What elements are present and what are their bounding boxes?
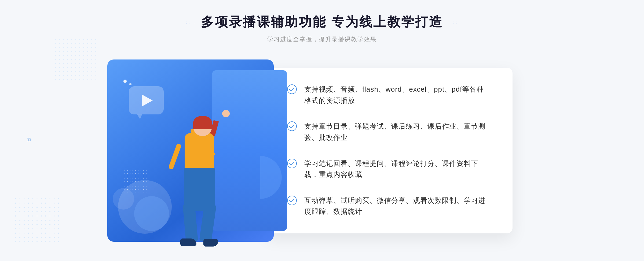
check-icon-2 [287, 121, 297, 131]
body-torso [185, 133, 214, 171]
check-mark-2 [289, 123, 294, 128]
arm-left [168, 143, 182, 170]
sparkle-1 [123, 80, 127, 83]
check-mark-1 [289, 86, 294, 91]
shoe-right [203, 239, 218, 247]
check-icon-3 [287, 159, 297, 168]
check-icon-1 [287, 84, 297, 94]
check-circle-1 [287, 84, 297, 94]
check-circle-4 [287, 196, 297, 205]
check-circle-2 [287, 121, 297, 131]
check-mark-3 [289, 160, 294, 165]
dot-grid-illustration [123, 169, 148, 193]
dot-pattern-bottom-left [13, 197, 62, 245]
feature-item-2: 支持章节目录、弹题考试、课后练习、课后作业、章节测验、批改作业 [287, 121, 491, 143]
title-decoration-left: :: : [186, 19, 196, 25]
pants [184, 168, 215, 211]
content-panel: 支持视频、音频、flash、word、excel、ppt、pdf等各种格式的资源… [266, 68, 513, 233]
page-subtitle: 学习进度全掌握，提升录播课教学效果 [186, 35, 458, 43]
shoe-left [180, 238, 196, 246]
header-section: :: : 多项录播课辅助功能 专为线上教学打造 : :: 学习进度全掌握，提升录… [186, 13, 458, 43]
character-illustration [145, 92, 231, 242]
check-circle-3 [287, 159, 297, 168]
feature-text-2: 支持章节目录、弹题考试、课后练习、课后作业、章节测验、批改作业 [304, 121, 491, 143]
dot-pattern-top-left [54, 38, 97, 80]
title-wrapper: :: : 多项录播课辅助功能 专为线上教学打造 : :: [186, 13, 458, 31]
page-title: 多项录播课辅助功能 专为线上教学打造 [201, 13, 443, 31]
feature-item-3: 学习笔记回看、课程提问、课程评论打分、课件资料下载，重点内容收藏 [287, 158, 491, 180]
illustration-card [107, 59, 274, 242]
check-icon-4 [287, 196, 297, 205]
feature-item-4: 互动弹幕、试听购买、微信分享、观看次数限制、学习进度跟踪、数据统计 [287, 195, 491, 217]
title-decoration-right: : :: [448, 19, 458, 25]
content-area: 支持视频、音频、flash、word、excel、ppt、pdf等各种格式的资源… [107, 59, 537, 242]
feature-text-4: 互动弹幕、试听购买、微信分享、观看次数限制、学习进度跟踪、数据统计 [304, 195, 491, 217]
hair [193, 116, 212, 129]
feature-item-1: 支持视频、音频、flash、word、excel、ppt、pdf等各种格式的资源… [287, 84, 491, 106]
main-container: :: : 多项录播课辅助功能 专为线上教学打造 : :: 学习进度全掌握，提升录… [0, 0, 644, 242]
chevron-left-decoration: » [27, 134, 32, 144]
feature-text-1: 支持视频、音频、flash、word、excel、ppt、pdf等各种格式的资源… [304, 84, 491, 106]
sparkle-2 [129, 83, 131, 85]
hand-right [222, 110, 230, 117]
feature-text-3: 学习笔记回看、课程提问、课程评论打分、课件资料下载，重点内容收藏 [304, 158, 491, 180]
check-mark-4 [289, 197, 294, 203]
